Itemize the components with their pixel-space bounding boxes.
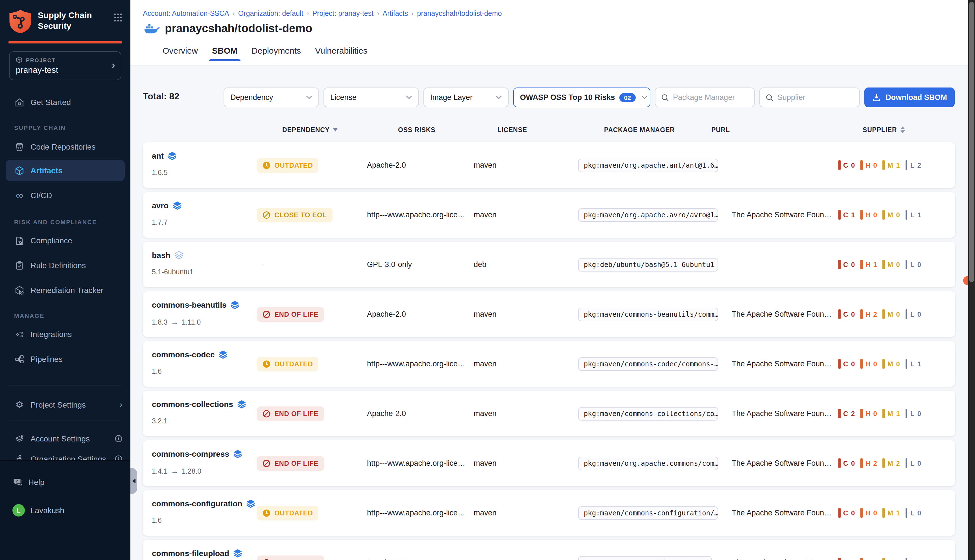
severity-bar bbox=[883, 309, 885, 319]
project-selector[interactable]: PROJECT pranay-test › bbox=[9, 52, 122, 80]
sidebar-footer: ? Help L Lavakush bbox=[0, 460, 130, 560]
layers-icon bbox=[174, 251, 183, 260]
purl-value[interactable]: pkg:maven/commons-configuration/… bbox=[578, 506, 718, 520]
sidebar-item-integrations[interactable]: Integrations bbox=[0, 323, 130, 345]
dependency-name[interactable]: commons-codec bbox=[152, 350, 215, 359]
severity-bar bbox=[905, 160, 908, 170]
vulnerability-counts[interactable]: C 1H 0M 0L 1 bbox=[838, 192, 922, 238]
tab-sbom[interactable]: SBOM bbox=[212, 40, 237, 61]
severity-bar bbox=[860, 210, 862, 220]
purl-value[interactable]: pkg:maven/org.apache.ant/ant@1.6… bbox=[578, 158, 718, 172]
purl-value[interactable]: pkg:maven/commons-fileupload/… bbox=[578, 556, 712, 560]
dependency-name[interactable]: commons-configuration bbox=[152, 499, 242, 508]
dependency-name[interactable]: commons-compress bbox=[152, 449, 229, 458]
table-row[interactable]: commons-fileupload → END OF LIFE Apache-… bbox=[143, 540, 955, 560]
purl-value[interactable]: pkg:maven/commons-beanutils/comm… bbox=[578, 307, 718, 321]
table-row[interactable]: bash 5.1-6ubuntu1→ - GPL-3.0-only deb pk… bbox=[143, 242, 955, 287]
vulnerability-counts[interactable]: C 0H 0M 0L 1 bbox=[838, 341, 922, 387]
purl-value[interactable]: pkg:maven/commons-collections/co… bbox=[578, 407, 718, 420]
severity-count: L 0 bbox=[910, 410, 922, 417]
sidebar-collapse-handle[interactable] bbox=[130, 468, 137, 494]
vulnerability-counts[interactable]: C 0H 2M 0L 0 bbox=[838, 540, 922, 560]
vulnerability-counts[interactable]: C 0H 2M 2L 0 bbox=[838, 440, 922, 486]
owasp-risks-filter[interactable]: OWASP OSS Top 10 Risks 02 bbox=[513, 88, 650, 107]
divider bbox=[8, 420, 122, 421]
dependency-name[interactable]: commons-beanutils bbox=[152, 300, 227, 309]
package-manager: maven bbox=[474, 440, 497, 486]
tab-deployments[interactable]: Deployments bbox=[252, 40, 301, 61]
sidebar-item-account-settings[interactable]: Account Settings bbox=[0, 428, 130, 449]
help-label: Help bbox=[28, 478, 45, 487]
sidebar-item-remediation-tracker[interactable]: Remediation Tracker bbox=[0, 280, 130, 301]
vulnerability-counts[interactable]: C 0H 0M 1L 0 bbox=[838, 490, 922, 536]
sort-desc-icon[interactable] bbox=[333, 128, 338, 132]
severity-count: L 0 bbox=[910, 459, 922, 467]
severity-medium: M 2 bbox=[883, 458, 900, 468]
severity-high: H 2 bbox=[860, 558, 877, 560]
severity-count: C 0 bbox=[843, 558, 855, 560]
table-row[interactable]: commons-compress 1.4.1→1.28.0 END OF LIF… bbox=[143, 440, 955, 486]
column-supplier[interactable]: SUPPLIER bbox=[863, 127, 905, 133]
breadcrumb-link[interactable]: pranaycshah/todolist-demo bbox=[417, 10, 502, 18]
table-row[interactable]: ant 1.6.5→ OUTDATED Apache-2.0 maven pkg… bbox=[143, 142, 955, 188]
user-menu[interactable]: L Lavakush bbox=[0, 500, 130, 520]
table-row[interactable]: avro 1.7.7→ CLOSE TO EOL http---www.apac… bbox=[143, 192, 955, 238]
app-grid-icon[interactable] bbox=[113, 13, 123, 22]
oss-risk-label: END OF LIFE bbox=[274, 459, 318, 467]
table-row[interactable]: commons-codec 1.6→ OUTDATED http---www.a… bbox=[143, 341, 955, 387]
owasp-filter-label: OWASP OSS Top 10 Risks bbox=[520, 93, 615, 102]
package-manager: maven bbox=[474, 192, 497, 238]
dependency-version: 1.6.5→ bbox=[152, 169, 168, 177]
filter-dropdown-dependency[interactable]: Dependency bbox=[223, 88, 319, 107]
purl-value[interactable]: pkg:maven/commons-codec/commons-… bbox=[578, 357, 718, 371]
dependency-name[interactable]: avro bbox=[152, 201, 168, 210]
table-row[interactable]: commons-collections 3.2.1→ END OF LIFE A… bbox=[143, 391, 955, 437]
sidebar-item-pipelines[interactable]: Pipelines bbox=[0, 348, 130, 370]
download-sbom-button[interactable]: Download SBOM bbox=[864, 88, 955, 107]
severity-bar bbox=[883, 558, 885, 560]
tab-vulnerabilities[interactable]: Vulnerabilities bbox=[315, 40, 368, 61]
info-icon[interactable] bbox=[115, 435, 123, 443]
sort-icon[interactable] bbox=[900, 127, 905, 133]
severity-count: C 0 bbox=[843, 260, 855, 268]
license: http---www.apache.org-lice… bbox=[367, 440, 465, 486]
table-row[interactable]: commons-beanutils 1.8.3→1.11.0 END OF LI… bbox=[143, 291, 955, 337]
supplier-input[interactable] bbox=[777, 93, 853, 102]
vulnerability-counts[interactable]: C 2H 0M 1L 0 bbox=[838, 391, 922, 437]
filter-dropdown-license[interactable]: License bbox=[323, 88, 419, 107]
sidebar-item-get-started[interactable]: Get Started bbox=[0, 92, 130, 113]
breadcrumb-link[interactable]: Project: pranay-test bbox=[312, 10, 373, 18]
sidebar-item-rule-definitions[interactable]: Rule Definitions bbox=[0, 255, 130, 276]
help-button[interactable]: ? Help bbox=[0, 472, 130, 492]
code-repository-icon bbox=[14, 142, 25, 152]
dependency-name[interactable]: ant bbox=[152, 151, 164, 160]
sidebar-item-artifacts[interactable]: Artifacts bbox=[6, 160, 125, 181]
dependency-name[interactable]: commons-fileupload bbox=[152, 549, 229, 558]
filter-dropdown-image-layer[interactable]: Image Layer bbox=[423, 88, 509, 107]
tab-overview[interactable]: Overview bbox=[163, 40, 198, 61]
severity-critical: C 1 bbox=[838, 210, 855, 220]
breadcrumb-link[interactable]: Artifacts bbox=[382, 10, 408, 18]
scrollbar-thumb[interactable] bbox=[969, 2, 974, 282]
sidebar-item-compliance[interactable]: Compliance bbox=[0, 230, 130, 251]
table-row[interactable]: commons-configuration 1.6→ OUTDATED http… bbox=[143, 490, 955, 536]
package-manager-input[interactable] bbox=[673, 93, 748, 102]
purl-value[interactable]: pkg:deb/ubuntu/bash@5.1-6ubuntu1 bbox=[578, 258, 718, 271]
page-scrollbar[interactable] bbox=[968, 0, 975, 560]
purl-value[interactable]: pkg:maven/org.apache.avro/avro@1… bbox=[578, 208, 718, 222]
sidebar-item-cicd[interactable]: ∞ CI/CD bbox=[0, 185, 130, 206]
sidebar-item-project-settings[interactable]: ⚙ Project Settings › bbox=[0, 394, 130, 415]
vulnerability-counts[interactable]: C 0H 2M 0L 0 bbox=[838, 291, 922, 337]
column-dependency[interactable]: DEPENDENCY bbox=[282, 127, 338, 133]
dependency-name[interactable]: commons-collections bbox=[152, 400, 233, 409]
vulnerability-counts[interactable]: C 0H 1M 0L 0 bbox=[838, 242, 922, 287]
dependency-name[interactable]: bash bbox=[152, 251, 170, 260]
breadcrumb-link[interactable]: Organization: default bbox=[238, 10, 303, 18]
total-count: Total: 82 bbox=[143, 92, 179, 102]
sidebar-item-code-repositories[interactable]: Code Repositories bbox=[0, 136, 130, 158]
purl-value[interactable]: pkg:maven/org.apache.commons/com… bbox=[578, 457, 718, 470]
search-icon bbox=[765, 93, 773, 101]
vulnerability-counts[interactable]: C 0H 0M 1L 2 bbox=[838, 142, 922, 188]
severity-bar bbox=[860, 508, 862, 518]
breadcrumb-link[interactable]: Account: Automation-SSCA bbox=[143, 10, 229, 18]
